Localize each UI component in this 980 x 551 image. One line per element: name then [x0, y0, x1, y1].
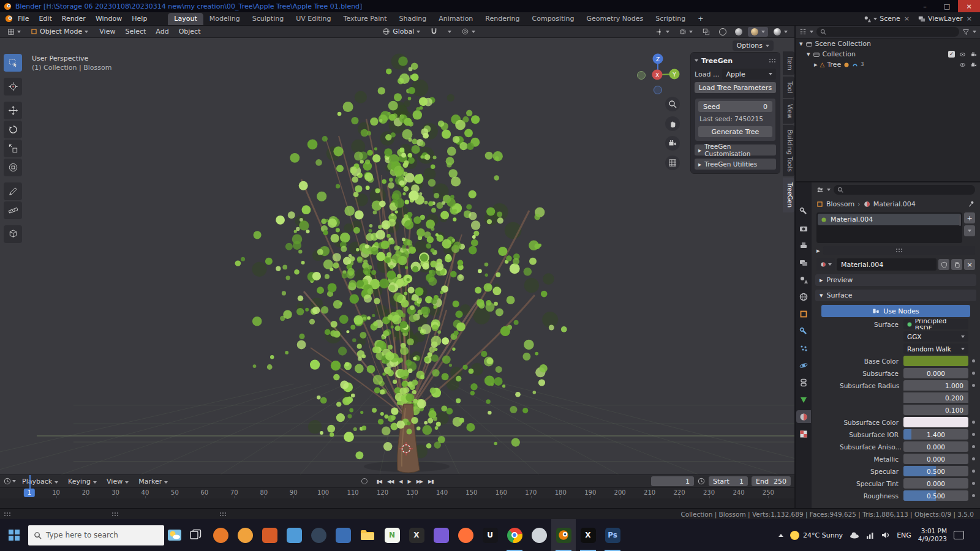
timeline-editor-icon[interactable] [4, 478, 11, 485]
prop-metallic-field[interactable]: 0.000 [903, 454, 968, 464]
add-cube-tool[interactable] [4, 225, 22, 243]
editor-dropdown-icon[interactable] [810, 31, 813, 33]
workspace-tab-layout[interactable]: Layout [168, 13, 203, 25]
properties-tab-modifiers[interactable] [796, 324, 811, 337]
cursor-tool[interactable] [4, 78, 22, 96]
treegen-utilities-section[interactable]: ▸ TreeGen Utilities [695, 159, 776, 170]
workspace-tab-shading[interactable]: Shading [393, 13, 433, 25]
keyframe-dot[interactable] [972, 445, 975, 448]
pan-hand-icon[interactable] [665, 116, 680, 131]
shading-wireframe-button[interactable] [716, 27, 729, 37]
sidebar-tab-treegen[interactable]: TreeGen [783, 178, 794, 212]
ortho-grid-icon[interactable] [665, 156, 680, 170]
shading-solid-button[interactable] [732, 27, 745, 37]
load-preset-dropdown[interactable]: Apple [722, 69, 776, 80]
properties-tab-particles[interactable] [796, 342, 811, 354]
scene-unlink-icon[interactable]: × [904, 15, 910, 23]
gizmo-axis-neg[interactable] [638, 72, 646, 80]
unreal-taskbar-icon[interactable]: U [478, 519, 502, 551]
timeline-menu-keying[interactable]: Keying [63, 476, 102, 487]
keyframe-dot[interactable] [972, 384, 975, 387]
keyframe-dot[interactable] [972, 372, 975, 375]
auto-keying-toggle[interactable] [361, 478, 367, 484]
shading-material-preview-button[interactable] [748, 27, 768, 37]
area-resize-grip[interactable] [4, 512, 11, 517]
widgets-weather-icon[interactable] [164, 519, 185, 551]
properties-tab-world[interactable] [796, 290, 811, 303]
prop-base-color-field[interactable] [903, 356, 968, 366]
prop-specular-tint-field[interactable]: 0.000 [903, 478, 968, 489]
maximize-button[interactable]: □ [936, 0, 958, 12]
collapsed-arrow-icon[interactable]: ▸ [814, 61, 818, 69]
app-rust-taskbar-icon[interactable] [257, 519, 282, 551]
viewport-menu-object[interactable]: Object [174, 26, 206, 37]
outliner-row-scene-collection[interactable]: ▾ Scene Collection [796, 39, 980, 49]
expand-arrow-icon[interactable]: ▾ [807, 50, 810, 58]
workspace-tab-uv-editing[interactable]: UV Editing [290, 13, 337, 25]
material-slot-selected[interactable]: Material.004 [818, 214, 961, 225]
menu-help[interactable]: Help [127, 13, 152, 24]
panel-drag-grip[interactable] [769, 58, 776, 63]
workspace-tab-animation[interactable]: Animation [432, 13, 479, 25]
properties-editor-icon[interactable] [816, 186, 824, 193]
play-reverse-button[interactable]: ◀ [399, 479, 402, 484]
properties-search-input[interactable] [834, 185, 975, 195]
prop-subsurface-radius-field-1[interactable]: 0.200 [903, 392, 968, 403]
workspace-tab-modeling[interactable]: Modeling [203, 13, 246, 25]
prop-subsurface-field[interactable]: 0.000 [903, 368, 968, 378]
app-paint-taskbar-icon[interactable] [282, 519, 306, 551]
play-button[interactable]: ▶ [408, 479, 411, 484]
task-view-icon[interactable] [185, 519, 206, 551]
editor-type-button[interactable] [4, 28, 24, 36]
sidebar-tab-building-tools[interactable]: Building Tools [783, 125, 794, 176]
app-light-round-taskbar-icon[interactable] [527, 519, 551, 551]
surface-shader-dropdown[interactable]: Principled BSDF [903, 319, 968, 329]
transform-orientation-selector[interactable]: Global [379, 27, 424, 36]
jump-to-end[interactable]: ▶▮ [428, 479, 434, 484]
properties-tab-scene[interactable] [796, 273, 811, 286]
network-icon[interactable] [866, 531, 875, 539]
timeline-menu-marker[interactable]: Marker [134, 476, 173, 487]
properties-tab-object[interactable] [796, 307, 811, 320]
breadcrumb-material[interactable]: Material.004 [873, 200, 916, 208]
viewport-3d[interactable]: User Perspective (1) Collection | Blosso… [0, 38, 794, 474]
unlink-material-icon[interactable]: × [964, 259, 975, 270]
properties-tab-texture[interactable] [796, 427, 811, 440]
show-overlays-toggle[interactable] [676, 28, 696, 36]
current-frame-field[interactable]: 1 [651, 476, 694, 486]
prop-subsurface-aniso-field[interactable]: 0.000 [903, 441, 968, 452]
firefox-taskbar-icon[interactable] [453, 519, 478, 551]
slot-specials-button[interactable] [964, 225, 975, 236]
options-dropdown[interactable]: Options [733, 40, 774, 51]
sidebar-tab-tool[interactable]: Tool [783, 77, 794, 98]
mode-selector[interactable]: Object Mode [27, 27, 92, 36]
prop-subsurface-color-field[interactable] [903, 417, 968, 427]
use-nodes-button[interactable]: Use Nodes [821, 305, 970, 317]
jump-prev-keyframe[interactable]: ◀◀ [387, 479, 393, 484]
scene-selector[interactable]: Scene × [861, 14, 913, 23]
menu-window[interactable]: Window [91, 13, 127, 24]
properties-tab-physics[interactable] [796, 359, 811, 372]
keyframe-dot[interactable] [972, 470, 975, 473]
properties-tab-view-layer[interactable] [796, 256, 811, 269]
editor-dropdown-icon[interactable] [827, 189, 831, 191]
app-dark-round-taskbar-icon[interactable] [306, 519, 331, 551]
taskbar-search-input[interactable]: Type here to search [28, 525, 164, 545]
viewport-menu-select[interactable]: Select [120, 26, 151, 37]
workspace-tab-compositing[interactable]: Compositing [526, 13, 581, 25]
prop-roughness-field[interactable]: 0.500 [903, 490, 968, 501]
prop-specular-field[interactable]: 0.500 [903, 466, 968, 476]
viewport-menu-add[interactable]: Add [151, 26, 173, 37]
transform-tool[interactable] [4, 159, 22, 176]
weather-status[interactable]: 24°C Sunny [790, 531, 843, 540]
cloud-icon[interactable] [850, 531, 859, 539]
zoom-icon[interactable] [665, 97, 680, 111]
minimize-button[interactable]: – [914, 0, 936, 12]
app-x-black-taskbar-icon[interactable]: X [576, 519, 600, 551]
prop-subsurface-radius-field-0[interactable]: 1.000 [903, 380, 968, 391]
timeline-menu-playback[interactable]: Playback [17, 476, 63, 487]
clock[interactable]: 3:01 PM 4/9/2023 [918, 527, 947, 543]
jump-to-start[interactable]: ▮◀ [376, 479, 382, 484]
panel-collapse-icon[interactable] [695, 59, 698, 62]
breadcrumb-object[interactable]: Blossom [826, 200, 854, 208]
